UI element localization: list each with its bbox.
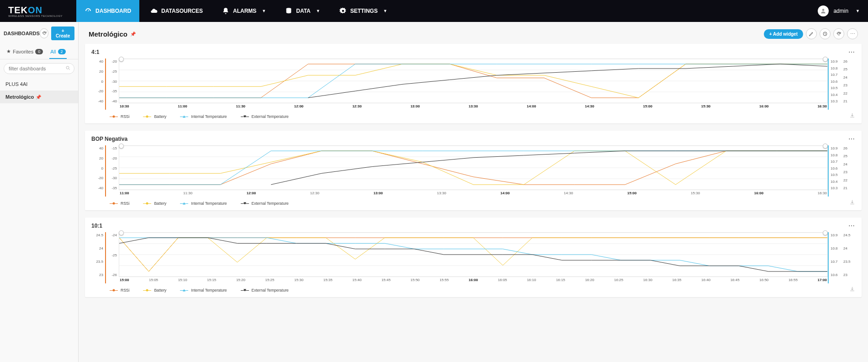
svg-point-2 [66,66,69,69]
tab-favorites[interactable]: ★ Favorites 0 [5,45,44,59]
sidebar-tabs: ★ Favorites 0 All 2 [0,45,78,59]
legend-item[interactable]: Battery [143,288,166,293]
sidebar-item-plus4ai[interactable]: PLUS 4AI [0,78,78,90]
sidebar-item-label: PLUS 4AI [5,81,27,87]
user-menu[interactable]: admin ▼ [818,5,860,16]
nav-dashboard[interactable]: DASHBOARD [76,0,139,22]
legend-item[interactable]: Internal Temperature [180,114,227,119]
nav-data[interactable]: DATA ▼ [277,0,328,22]
caret-down-icon: ▼ [316,9,320,13]
legend-item[interactable]: Internal Temperature [180,201,227,206]
download-button[interactable] [849,112,855,120]
y-axis-left: 40200-20-40 [91,59,105,110]
sidebar: DASHBOARDS + Create ★ Favorites 0 All 2 [0,22,79,362]
legend-label: RSSi [121,114,129,119]
legend-label: External Temperature [252,288,289,293]
sidebar-list: PLUS 4AI Metrológico 📌 [0,78,78,362]
widget-menu-button[interactable]: ⋯ [848,135,855,143]
nav-alarms[interactable]: ALARMS ▼ [214,0,274,22]
chart-legend: RSSiBatteryInternal TemperatureExternal … [110,201,855,206]
y-axis-left: 24.52423.523 [91,232,105,283]
page-header: Metrológico 📌 + Add widget ⋯ [79,22,868,44]
chart-plot[interactable] [119,59,828,103]
page-actions: + Add widget ⋯ [764,28,858,39]
tab-favorites-count: 0 [35,49,43,54]
brand-tagline: WIRELESS SENSORS TECHNOLOGY [8,15,63,17]
svg-point-1 [822,9,825,11]
widget-menu-button[interactable]: ⋯ [848,48,855,56]
legend-item[interactable]: Internal Temperature [180,288,227,293]
legend-item[interactable]: External Temperature [241,201,289,206]
x-axis: 10:3011:0011:3012:0012:3013:0013:3014:00… [119,104,828,108]
caret-down-icon: ▼ [383,9,387,13]
pin-icon[interactable]: 📌 [130,32,136,37]
y-axis-right: 10.910.810.710.610.510.410.3 [828,145,842,197]
chart-area: 24.52423.523-24-25-2615:0015:0515:1015:1… [91,232,855,283]
download-button[interactable] [849,199,855,207]
widget-title: 10:1 [91,223,102,229]
caret-down-icon: ▼ [262,9,266,13]
nav-data-label: DATA [296,8,311,14]
chart-plot[interactable] [119,145,828,190]
bell-icon [222,7,229,15]
refresh-button[interactable] [40,28,48,38]
nav-settings-label: SETTINGS [350,8,378,14]
nav-datasources[interactable]: DATASOURCES [142,0,211,22]
refresh-page-button[interactable] [833,28,844,39]
legend-item[interactable]: RSSi [110,114,129,119]
page-title: Metrológico 📌 [89,30,136,38]
chart-legend: RSSiBatteryInternal TemperatureExternal … [110,288,855,293]
x-axis: 15:0015:0515:1015:1515:2015:2515:3015:35… [119,278,828,282]
legend-item[interactable]: Battery [143,201,166,206]
brand-logo[interactable]: TEKON WIRELESS SENSORS TECHNOLOGY [8,5,63,17]
legend-item[interactable]: RSSi [110,201,129,206]
chart-plot[interactable] [119,232,828,277]
nav-settings[interactable]: SETTINGS ▼ [331,0,396,22]
pin-icon: 📌 [36,95,41,100]
lock-button[interactable] [820,28,831,39]
legend-label: Internal Temperature [191,114,227,119]
widget-menu-button[interactable]: ⋯ [848,222,855,229]
legend-item[interactable]: RSSi [110,288,129,293]
y-axis-right: 10.910.810.710.6 [828,232,842,283]
widget-title: BOP Negativa [91,136,127,142]
tab-all-label: All [50,49,56,54]
gear-icon [339,7,347,15]
legend-item[interactable]: External Temperature [241,114,289,119]
legend-label: External Temperature [252,114,289,119]
legend-label: External Temperature [252,201,289,206]
download-button[interactable] [849,286,855,293]
legend-label: RSSi [121,288,129,293]
sidebar-item-metrologico[interactable]: Metrológico 📌 [0,90,78,103]
top-nav: TEKON WIRELESS SENSORS TECHNOLOGY DASHBO… [0,0,868,22]
brand-name: TEKON [8,5,63,16]
y-axis-right2: 24.52423.523 [842,232,855,283]
chart-widget: 4:1⋯40200-20-40-20-25-30-35-4010:3011:00… [85,44,862,123]
add-widget-button[interactable]: + Add widget [764,29,803,39]
legend-label: Battery [154,288,166,293]
nav-dashboard-label: DASHBOARD [95,8,131,14]
search-icon [65,65,71,72]
legend-item[interactable]: External Temperature [241,288,289,293]
y-axis-left2: -15-20-25-30-35 [105,145,119,197]
more-button[interactable]: ⋯ [847,28,858,39]
tab-all[interactable]: All 2 [49,45,66,59]
search-input[interactable] [4,63,74,74]
sidebar-search [0,59,78,78]
legend-label: Internal Temperature [191,201,227,206]
nav-items: DASHBOARD DATASOURCES ALARMS ▼ DATA ▼ [76,0,396,22]
avatar-icon [818,5,829,16]
user-name: admin [833,8,848,14]
sidebar-item-label: Metrológico [5,94,34,100]
sidebar-header: DASHBOARDS + Create [0,22,78,45]
y-axis-left2: -20-25-30-35-40 [105,59,119,110]
create-button[interactable]: + Create [51,27,74,40]
gauge-icon [85,7,92,15]
y-axis-right2: 262524232221 [842,145,855,197]
nav-datasources-label: DATASOURCES [161,8,203,14]
edit-button[interactable] [806,28,817,39]
chart-widget: 10:1⋯24.52423.523-24-25-2615:0015:0515:1… [85,218,862,297]
legend-label: RSSi [121,201,129,206]
legend-item[interactable]: Battery [143,114,166,119]
chart-legend: RSSiBatteryInternal TemperatureExternal … [110,114,855,119]
